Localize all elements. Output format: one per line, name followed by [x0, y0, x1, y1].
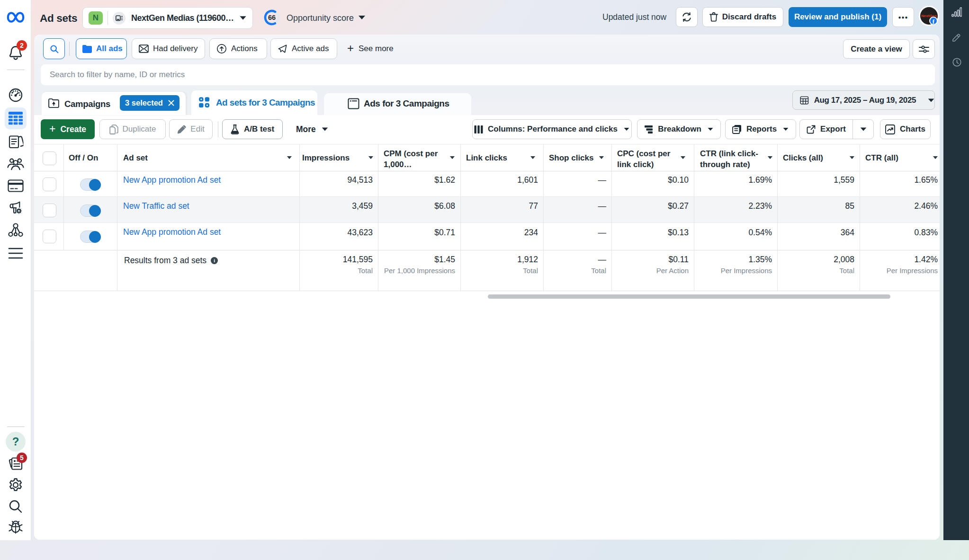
svg-text:66: 66	[268, 14, 276, 21]
